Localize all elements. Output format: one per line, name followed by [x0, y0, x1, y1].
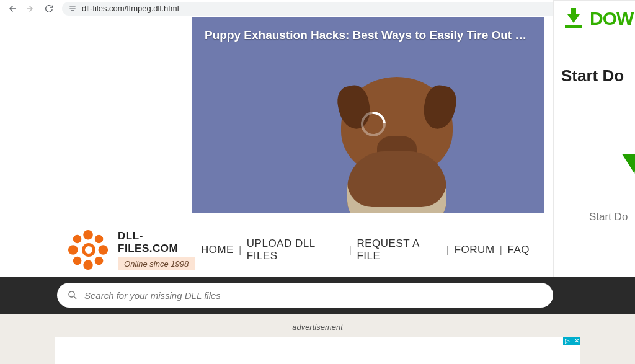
lower-ad-area: advertisement ▷ ✕	[0, 314, 635, 364]
back-button[interactable]	[6, 3, 17, 14]
site-logo[interactable]	[68, 229, 108, 270]
svg-rect-0	[565, 25, 582, 28]
reload-icon	[44, 4, 54, 14]
advertisement-label: advertisement	[0, 314, 635, 337]
svg-point-8	[95, 257, 104, 265]
play-icon	[618, 154, 635, 174]
video-thumbnail-dog	[316, 71, 477, 213]
nav-upload[interactable]: UPLOAD DLL FILES	[247, 237, 344, 262]
search-icon	[67, 290, 78, 301]
svg-point-6	[95, 235, 104, 244]
svg-point-3	[68, 245, 78, 255]
nav-request[interactable]: REQUEST A FILE	[357, 237, 441, 262]
page-content: Puppy Exhaustion Hacks: Best Ways to Eas…	[0, 17, 635, 364]
search-box[interactable]	[57, 283, 553, 308]
site-name: DLL-FILES.COM	[118, 230, 201, 255]
svg-point-7	[73, 257, 82, 265]
sidebar-ad-download-text: DOW	[590, 8, 633, 29]
adchoices-info-icon[interactable]: ▷	[563, 337, 572, 345]
search-bar-row	[0, 277, 635, 314]
svg-point-1	[83, 230, 93, 240]
search-input[interactable]	[84, 290, 543, 301]
ad-close-icon[interactable]: ✕	[572, 337, 580, 345]
svg-point-5	[73, 235, 82, 244]
svg-line-10	[74, 296, 76, 299]
svg-point-9	[69, 291, 74, 297]
main-nav: HOME| UPLOAD DLL FILES| REQUEST A FILE| …	[201, 237, 530, 262]
banner-ad[interactable]: ▷ ✕	[55, 337, 580, 364]
nav-forum[interactable]: FORUM	[455, 244, 495, 256]
download-arrow-icon	[561, 8, 586, 29]
site-header: DLL-FILES.COM Online since 1998 HOME| UP…	[0, 223, 635, 277]
site-info-icon[interactable]	[68, 4, 77, 13]
nav-faq[interactable]: FAQ	[507, 244, 530, 256]
svg-point-2	[83, 260, 93, 270]
sidebar-ad-subtext: Start Do	[589, 211, 635, 223]
svg-point-4	[99, 245, 109, 255]
arrow-left-icon	[6, 3, 17, 14]
site-tagline: Online since 1998	[118, 257, 195, 270]
reload-button[interactable]	[43, 3, 55, 14]
forward-button[interactable]	[25, 3, 36, 14]
adchoices-badge[interactable]: ▷ ✕	[563, 337, 580, 345]
video-title: Puppy Exhaustion Hacks: Best Ways to Eas…	[205, 29, 532, 42]
nav-home[interactable]: HOME	[201, 244, 234, 256]
arrow-right-icon	[25, 3, 36, 14]
video-ad[interactable]: Puppy Exhaustion Hacks: Best Ways to Eas…	[192, 17, 544, 213]
browser-toolbar: dll-files.com/ffmpeg.dll.html	[0, 0, 635, 17]
sidebar-ad-heading: Start Do	[561, 66, 635, 86]
address-bar[interactable]: dll-files.com/ffmpeg.dll.html	[62, 2, 629, 16]
url-text: dll-files.com/ffmpeg.dll.html	[82, 4, 179, 13]
